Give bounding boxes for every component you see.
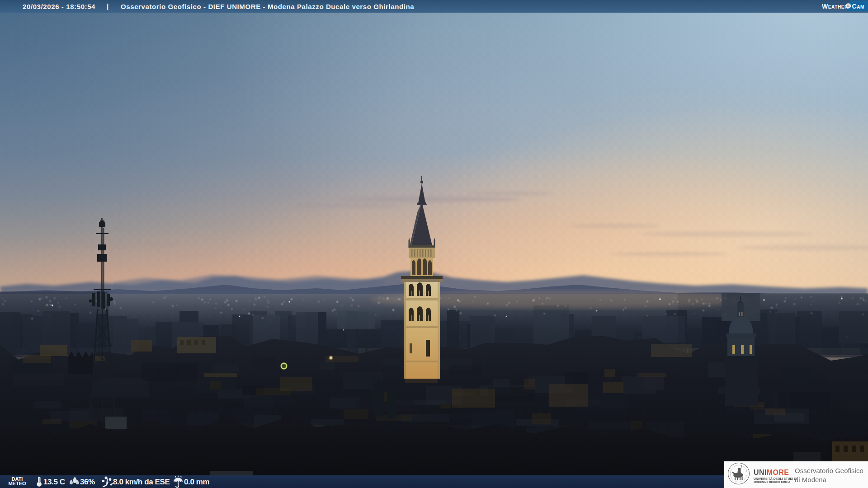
svg-text:UNIMORE: UNIMORE: [754, 469, 789, 476]
svg-text:di Modena: di Modena: [795, 476, 827, 483]
svg-text:WEATHER: WEATHER: [822, 3, 848, 10]
svg-text:Osservatorio Geofisico: Osservatorio Geofisico: [795, 467, 863, 474]
svg-text:MODENA E REGGIO EMILIA: MODENA E REGGIO EMILIA: [754, 480, 791, 483]
